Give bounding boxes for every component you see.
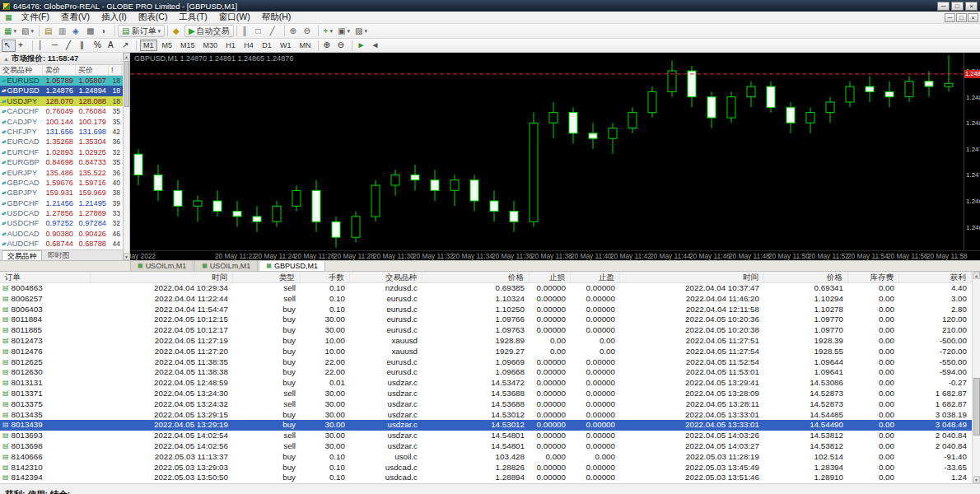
chart-tab-2[interactable]: ▦GBPUSD,M1 [259, 260, 325, 271]
history-row-8011885[interactable]: ▤80118852022.04.05 10:12:17buy30.00eurus… [0, 325, 972, 336]
data-window-button[interactable]: ▥ [56, 25, 70, 37]
cursor-button[interactable]: ↖ [2, 40, 16, 52]
timeframe-m5-button[interactable]: M5 [159, 40, 176, 51]
market-watch-row-eurgbp[interactable]: ▴▾EURGBP0.846980.8473335 [0, 157, 123, 167]
price-axis[interactable]: 1.246001.246501.247001.247501.248001.248… [964, 53, 980, 250]
terminal-column-7[interactable]: 止盈 [571, 272, 620, 282]
history-row-8013439[interactable]: ▤80134392022.04.05 13:29:19buy30.00usdza… [0, 420, 972, 431]
market-watch-row-gbpjpy[interactable]: ▴▾GBPJPY159.931159.96938 [0, 188, 123, 198]
market-watch-column-2[interactable]: 买价 [76, 65, 109, 75]
market-watch-row-usdjpy[interactable]: ▴▾USDJPY128.070128.08818 [0, 96, 123, 106]
market-watch-row-chfjpy[interactable]: ▴▾CHFJPY131.656131.69842 [0, 127, 123, 137]
terminal-scroll-down-icon[interactable]: ▼ [973, 476, 980, 483]
market-watch-row-cadchf[interactable]: ▴▾CADCHF0.760490.7608435 [0, 106, 123, 116]
history-row-8013131[interactable]: ▤80131312022.04.05 12:48:59buy0.01usdzar… [0, 378, 972, 389]
market-watch-column-0[interactable]: 交易品种 [0, 65, 43, 75]
market-watch-row-eurcad[interactable]: ▴▾EURCAD1.352681.3530436 [0, 137, 123, 147]
templates-button[interactable]: ▨▾ [352, 25, 370, 37]
indicators-list-button[interactable]: +▾ [321, 25, 335, 37]
terminal-scrollbar[interactable]: ▲ ▼ [972, 272, 980, 483]
terminal-column-5[interactable]: 价格 [422, 272, 530, 282]
strategy-tester-button[interactable]: ◑ [98, 25, 112, 37]
market-watch-row-gbpchf[interactable]: ▴▾GBPCHF1.214561.2149539 [0, 198, 123, 208]
market-watch-toggle-button[interactable]: ▤ [42, 25, 56, 37]
timeframe-d1-button[interactable]: D1 [259, 40, 275, 51]
history-row-8006403[interactable]: ▤80064032022.04.04 11:54:47buy0.10eurusd… [0, 305, 972, 315]
timeframe-mn-button[interactable]: MN [296, 40, 315, 51]
history-row-8006257[interactable]: ▤80062572022.04.04 11:22:44sell0.10eurus… [0, 294, 972, 305]
time-axis[interactable]: 20 May 202220 May 11:2220 May 11:2420 Ma… [130, 250, 980, 260]
market-watch-row-cadjpy[interactable]: ▴▾CADJPY100.144100.17935 [0, 117, 123, 127]
market-watch-row-usdchf[interactable]: ▴▾USDCHF0.972520.9728432 [0, 218, 123, 228]
menu-item-3[interactable]: 图表(C) [133, 12, 174, 23]
history-row-8142394[interactable]: ▤81423942022.05.03 13:50:50buy0.10usdcad… [0, 473, 972, 483]
navigator-button[interactable]: ◈ [70, 25, 84, 37]
zoom-out-button[interactable]: ⊖ [301, 25, 315, 37]
terminal-column-1[interactable]: 时间 [91, 272, 233, 282]
market-watch-column-3[interactable]: ! [109, 65, 122, 75]
terminal-column-4[interactable]: 交易品种 [350, 272, 422, 282]
history-row-8012625[interactable]: ▤80126252022.04.05 11:38:35buy22.00eurus… [0, 357, 972, 368]
terminal-scroll-up-icon[interactable]: ▲ [973, 272, 980, 279]
market-watch-tab-1[interactable]: 即时图 [43, 250, 74, 260]
timeframe-h4-button[interactable]: H4 [240, 40, 257, 51]
market-watch-row-gbpcad[interactable]: ▴▾GBPCAD1.596761.5971640 [0, 178, 123, 188]
history-row-8013435[interactable]: ▤80134352022.04.05 13:29:15buy30.00usdza… [0, 410, 972, 421]
terminal-scrollbar-thumb[interactable] [973, 378, 980, 436]
market-watch-scrollbar-thumb[interactable] [124, 61, 129, 107]
close-button[interactable]: × [965, 2, 978, 11]
market-watch-row-eurchf[interactable]: ▴▾EURCHF1.028931.0292532 [0, 147, 123, 157]
terminal-column-11[interactable]: 获利 [899, 272, 972, 282]
menu-item-2[interactable]: 插入(I) [96, 12, 133, 23]
auto-trading-button[interactable]: ▶自动交易 [184, 25, 234, 37]
fibonacci-retracement-button[interactable]: % [91, 40, 105, 52]
timeframe-m1-button[interactable]: M1 [140, 40, 157, 51]
chart-area[interactable]: GBPUSD,M1 1.24870 1.24891 1.24865 1.2487… [130, 53, 980, 260]
mdi-minimize-button[interactable]: ─ [945, 13, 955, 22]
history-row-8140666[interactable]: ▤81406662022.05.03 11:13:37buy0.10usoil.… [0, 452, 972, 463]
candlestick-chart[interactable] [130, 53, 964, 250]
new-chart-button[interactable]: ▦▾ [2, 25, 19, 37]
history-row-8012476[interactable]: ▤80124762022.04.05 11:27:20buy10.00xauus… [0, 347, 972, 357]
menu-item-0[interactable]: 文件(F) [16, 12, 55, 23]
zoom-in-button[interactable]: ⊕ [287, 25, 301, 37]
market-watch-row-audcad[interactable]: ▴▾AUDCAD0.903800.9042646 [0, 229, 123, 239]
vertical-line-button[interactable]: │ [35, 40, 49, 52]
history-row-8011884[interactable]: ▤80118842022.04.05 10:12:15buy30.00eurus… [0, 315, 972, 325]
chart-bars-button[interactable]: ║ [240, 25, 254, 37]
history-row-8013698[interactable]: ▤80136982022.04.05 14:02:56sell30.00usdz… [0, 441, 972, 452]
timeframe-h1-button[interactable]: H1 [222, 40, 239, 51]
market-watch-row-eurusd[interactable]: ▴▾EURUSD1.057891.0580718 [0, 76, 123, 86]
market-watch-row-gbpusd[interactable]: ▴▾GBPUSD1.248761.2489418 [0, 86, 123, 96]
auto-scroll-button[interactable]: ► [355, 40, 369, 52]
terminal-column-3[interactable]: 手数 [301, 272, 350, 282]
chart-candlesticks-button[interactable]: □ [254, 25, 268, 37]
market-watch-scrollbar[interactable]: ▲ ▼ [124, 53, 130, 260]
market-watch-row-usdcad[interactable]: ▴▾USDCAD1.278561.2788933 [0, 208, 123, 218]
menu-item-4[interactable]: 工具(T) [173, 12, 212, 23]
history-row-8013693[interactable]: ▤80136932022.04.05 14:02:54sell30.00usdz… [0, 431, 972, 441]
chart-tab-0[interactable]: ▦USOILm,M1 [130, 260, 194, 271]
minimize-button[interactable]: ─ [937, 2, 950, 11]
history-row-8013371[interactable]: ▤80133712022.04.05 13:24:30sell30.00usdz… [0, 389, 972, 399]
new-order-button[interactable]: ▤新订单▾ [118, 25, 165, 37]
chart-tab-1[interactable]: ▦USOILm,M1 [194, 260, 258, 271]
periods-list-button[interactable]: ▣▾ [335, 25, 352, 37]
terminal-column-10[interactable]: 库存费 [848, 272, 899, 282]
history-row-8012630[interactable]: ▤80126302022.04.05 11:38:38buy22.00eurus… [0, 367, 972, 378]
menu-item-5[interactable]: 窗口(W) [213, 12, 256, 23]
mdi-close-button[interactable]: × [968, 13, 978, 22]
trendline-button[interactable]: ╱ [63, 40, 77, 52]
history-row-8013375[interactable]: ▤80133752022.04.05 13:24:32sell30.00usdz… [0, 399, 972, 410]
market-watch-row-eurjpy[interactable]: ▴▾EURJPY135.486135.52236 [0, 168, 123, 178]
profiles-button[interactable]: ▧▾ [19, 25, 36, 37]
history-row-8142310[interactable]: ▤81423102022.05.03 13:29:03buy0.10usdcad… [0, 463, 972, 473]
arrow-objects-button[interactable]: ↗ [119, 40, 133, 52]
menu-item-6[interactable]: 帮助(H) [256, 12, 297, 23]
crosshair-button[interactable]: + [16, 40, 30, 52]
timeframe-m15-button[interactable]: M15 [177, 40, 198, 51]
chart-shift-button[interactable]: ◄ [369, 40, 383, 52]
horizontal-line-button[interactable]: ─ [49, 40, 63, 52]
timeframe-m30-button[interactable]: M30 [200, 40, 222, 51]
zoom-out-chart-button[interactable]: ⊖ [335, 40, 349, 52]
